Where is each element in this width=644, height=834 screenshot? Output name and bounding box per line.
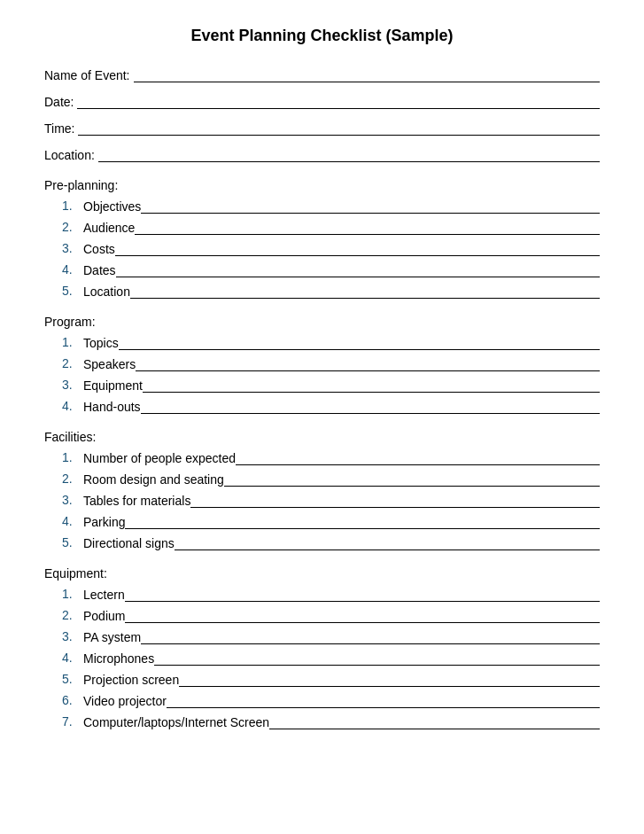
list-item: 5.Location — [44, 283, 600, 299]
list-item-label: Directional signs — [83, 536, 175, 550]
list-item-line[interactable] — [136, 355, 600, 371]
list-item: 1.Topics — [44, 334, 600, 350]
list-number: 5. — [62, 535, 80, 550]
section-equipment: Equipment:1.Lectern2.Podium3.PA system4.… — [44, 566, 600, 729]
list-item: 5.Directional signs — [44, 534, 600, 550]
list-item: 1.Objectives — [44, 198, 600, 214]
list-item: 2.Room design and seating — [44, 471, 600, 487]
field-row-date: Date: — [44, 93, 600, 109]
section-list-program: 1.Topics2.Speakers3.Equipment4.Hand-outs — [44, 334, 600, 414]
list-item-line[interactable] — [141, 198, 600, 214]
list-item-line[interactable] — [236, 449, 600, 465]
list-number: 5. — [62, 672, 80, 687]
list-item: 2.Podium — [44, 607, 600, 623]
list-item-label: Location — [83, 284, 130, 299]
list-item: 3.Costs — [44, 240, 600, 256]
list-item-label: Podium — [83, 609, 125, 623]
list-item-label: Costs — [83, 242, 115, 256]
list-number: 4. — [62, 514, 80, 529]
list-item-line[interactable] — [115, 240, 600, 256]
list-item-label: Room design and seating — [83, 472, 224, 487]
sections-container: Pre-planning:1.Objectives2.Audience 3.Co… — [44, 178, 600, 729]
section-heading-pre-planning: Pre-planning: — [44, 178, 600, 192]
field-line-name-of-event[interactable] — [134, 66, 601, 82]
list-item-line[interactable] — [190, 492, 600, 508]
field-label-date: Date: — [44, 95, 74, 109]
list-number: 4. — [62, 399, 80, 414]
list-item-label: PA system — [83, 630, 141, 644]
list-item: 4.Dates — [44, 261, 600, 277]
field-row-location: Location: — [44, 146, 600, 162]
list-number: 2. — [62, 608, 80, 623]
section-heading-facilities: Facilities: — [44, 430, 600, 444]
list-item-line[interactable] — [125, 586, 600, 602]
list-number: 3. — [62, 629, 80, 644]
list-item-label: Video projector — [83, 694, 167, 708]
list-item-label: Number of people expected — [83, 451, 236, 465]
field-label-location: Location: — [44, 148, 95, 162]
list-item-label: Speakers — [83, 357, 136, 371]
section-list-pre-planning: 1.Objectives2.Audience 3.Costs4.Dates5.L… — [44, 198, 600, 299]
list-item: 5.Projection screen — [44, 671, 600, 687]
field-row-time: Time: — [44, 120, 600, 136]
list-item: 2.Audience — [44, 219, 600, 235]
list-item-line[interactable] — [130, 283, 600, 299]
section-list-equipment: 1.Lectern2.Podium3.PA system4.Microphone… — [44, 586, 600, 729]
list-item-line[interactable] — [143, 377, 600, 393]
list-item-label: Hand-outs — [83, 400, 141, 414]
field-line-date[interactable] — [77, 93, 600, 109]
field-line-time[interactable] — [78, 120, 600, 136]
section-heading-equipment: Equipment: — [44, 566, 600, 581]
list-number: 4. — [62, 262, 80, 277]
list-item-line[interactable] — [135, 219, 600, 235]
list-number: 2. — [62, 220, 80, 235]
section-list-facilities: 1.Number of people expected2.Room design… — [44, 449, 600, 550]
list-item: 4.Parking — [44, 513, 600, 529]
list-item-line[interactable] — [224, 471, 600, 487]
list-number: 4. — [62, 651, 80, 666]
list-item-line[interactable] — [116, 261, 600, 277]
list-item-label: Dates — [83, 263, 116, 277]
list-item-line[interactable] — [125, 513, 600, 529]
section-facilities: Facilities:1.Number of people expected2.… — [44, 430, 600, 550]
field-label-time: Time: — [44, 121, 74, 136]
field-row-name-of-event: Name of Event: — [44, 66, 600, 82]
list-number: 2. — [62, 472, 80, 487]
list-item: 2.Speakers — [44, 355, 600, 371]
list-item-line[interactable] — [125, 607, 600, 623]
list-item-line[interactable] — [141, 628, 600, 644]
list-number: 1. — [62, 199, 80, 214]
list-item-line[interactable] — [141, 398, 600, 414]
field-line-location[interactable] — [98, 146, 600, 162]
section-pre-planning: Pre-planning:1.Objectives2.Audience 3.Co… — [44, 178, 600, 299]
list-number: 6. — [62, 693, 80, 708]
list-item-line[interactable] — [175, 534, 600, 550]
list-item: 4.Hand-outs — [44, 398, 600, 414]
list-item-label: Lectern — [83, 588, 125, 602]
section-program: Program:1.Topics2.Speakers3.Equipment4.H… — [44, 315, 600, 414]
list-item-label: Parking — [83, 515, 125, 529]
list-item-line[interactable] — [179, 671, 600, 687]
list-item-label: Computer/laptops/Internet Screen — [83, 715, 269, 729]
top-fields-container: Name of Event:Date:Time:Location: — [44, 66, 600, 162]
list-number: 7. — [62, 714, 80, 729]
list-item-line[interactable] — [154, 650, 600, 666]
list-item-line[interactable] — [119, 334, 600, 350]
list-item: 1.Number of people expected — [44, 449, 600, 465]
list-number: 5. — [62, 284, 80, 299]
list-item: 7.Computer/laptops/Internet Screen — [44, 713, 600, 729]
list-item: 1.Lectern — [44, 586, 600, 602]
list-item: 6.Video projector — [44, 692, 600, 708]
list-item-line[interactable] — [269, 713, 600, 729]
list-item-label: Audience — [83, 221, 135, 235]
list-number: 1. — [62, 587, 80, 602]
list-item-line[interactable] — [167, 692, 600, 708]
list-item: 3.PA system — [44, 628, 600, 644]
list-item-label: Equipment — [83, 378, 143, 393]
list-number: 1. — [62, 450, 80, 465]
list-number: 3. — [62, 241, 80, 256]
list-item: 3.Equipment — [44, 377, 600, 393]
list-item-label: Objectives — [83, 199, 141, 214]
list-item-label: Projection screen — [83, 673, 179, 687]
list-number: 1. — [62, 335, 80, 350]
